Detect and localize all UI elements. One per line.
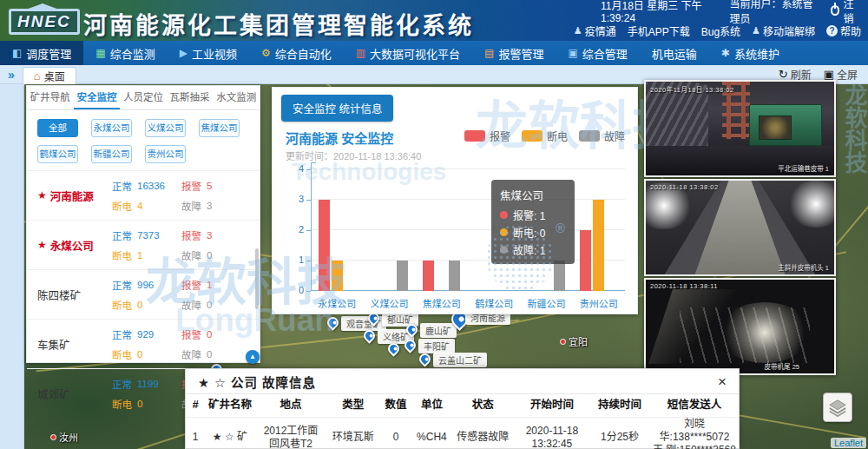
map-pin[interactable]: 观音堂矿 [327,317,339,328]
filter-button-3[interactable]: 义煤公司 [145,119,186,137]
tab-desktop-label: 桌面 [44,69,65,83]
company-row[interactable]: 陈四楼矿正常996报警1断电0故障0 [27,269,260,319]
filter-button-6[interactable]: 新疆公司 [91,145,132,163]
bar-报警[interactable] [580,230,591,291]
map-layers-button[interactable] [823,393,852,422]
bar-报警[interactable] [423,261,434,291]
tooltip-dot [500,211,508,219]
header-link-5[interactable]: ?帮助 [826,23,861,38]
bar-断电[interactable] [332,261,343,291]
scrollbar[interactable] [255,248,259,309]
map-pin[interactable] [388,343,399,354]
header-link-4[interactable]: ♟移动端解绑 [752,23,815,38]
stat-label: 故障 [181,298,201,312]
filter-button-4[interactable]: 焦煤公司 [199,119,240,137]
header-right: 11月18日 星期三 下午1:39:24 当前用户：系统管理员 注销 ♟疫情通手… [601,0,861,41]
nav-item-icon: ▤ [484,48,494,58]
nav-item-8[interactable]: 机电运输 [640,41,709,65]
header-link-3[interactable]: Bug系统 [701,23,740,38]
nav-item-icon: ✱ [721,48,730,58]
stat-alarm: 报警0 [181,327,251,341]
column-header-10: 短信发送人 [650,399,739,413]
stat-label: 正常 [112,228,132,242]
nav-item-label: 机电运输 [652,45,697,62]
stat-alarm: 报警1 [181,278,251,292]
company-row[interactable]: 车集矿正常929报警0断电0故障0 [27,319,260,368]
header-link-label: 疫情通 [585,23,616,38]
nav-item-label: 系统维护 [734,45,779,62]
pin-icon [361,327,377,343]
camera-feed-3[interactable]: 2020-11-18 13:38:11 皮带机尾 25 [644,278,836,375]
filter-button-7[interactable]: 贵州公司 [145,145,186,163]
column-header-6: 单位 [412,399,451,413]
header-link-2[interactable]: 手机APP下载 [628,23,690,38]
stat-label: 故障 [181,199,201,213]
camera-feed-1[interactable]: 2020年11月18日 13:38:02 平北运输巷皮带 1 [644,80,836,177]
panel-tab-3[interactable]: 人员定位 [120,86,167,109]
stat-normal: 正常1199 [112,377,181,391]
header-link-label: 帮助 [840,23,861,38]
panel-tab-5[interactable]: 水文监测 [213,86,260,109]
stat-value: 3 [207,230,212,241]
camera2-timestamp: 2020-11-18 13:38:02 [650,183,719,191]
filter-button-2[interactable]: 永煤公司 [91,119,132,137]
bar-故障[interactable] [449,261,460,291]
bar-故障[interactable] [397,261,408,291]
legend-item[interactable]: 故障 [579,129,625,143]
nav-item-1[interactable]: ◧调度管理 [0,41,83,65]
camera-feed-2[interactable]: 2020-11-18 13:38:02 主斜井皮带机头 1 [644,179,836,276]
legend-item[interactable]: 报警 [464,129,510,143]
stat-power: 断电0 [112,397,181,411]
map-pin[interactable]: 鹿山矿 [406,324,418,335]
nav-item-3[interactable]: ▶工业视频 [168,41,249,65]
filter-button-5[interactable]: 鹤煤公司 [37,145,78,163]
close-icon[interactable]: × [718,374,727,389]
fault-panel-header: ★ ☆ 公司 故障信息 × [186,369,739,394]
company-filters: 全部永煤公司义煤公司焦煤公司鹤煤公司新疆公司贵州公司 [27,110,260,170]
nav-item-5[interactable]: ▥大数据可视化平台 [344,41,472,65]
nav-item-7[interactable]: ▣综合管理 [556,41,639,65]
nav-item-6[interactable]: ▤报警管理 [472,41,556,65]
panel-tab-1[interactable]: 矿井导航 [27,86,74,109]
nav-item-label: 综合自动化 [275,45,332,62]
bar-故障[interactable] [554,261,565,291]
table-row[interactable]: 1★ ☆ 矿2012工作面 回风巷T2环境瓦斯0%CH4传感器故障2020-11… [186,418,739,449]
column-header-7: 状态 [451,399,515,413]
nav-item-9[interactable]: ✱系统维护 [709,41,792,65]
safety-monitor-panel: 矿井导航安全监控人员定位瓦斯抽采水文监测 全部永煤公司义煤公司焦煤公司鹤煤公司新… [26,85,260,363]
statistics-header-button[interactable]: 安全监控 统计信息 [281,95,393,122]
stat-normal: 正常996 [112,278,181,292]
legend-item[interactable]: 断电 [522,129,568,143]
stat-power: 断电0 [112,298,181,312]
company-row[interactable]: ★河南能源正常16336报警5断电4故障3 [27,170,260,220]
bar-断电[interactable] [593,200,604,291]
header-link-1[interactable]: ♟疫情通 [574,23,616,38]
stat-label: 断电 [112,347,132,361]
company-stats: 正常929报警0断电0故障0 [112,327,251,361]
map-attribution[interactable]: Leaflet [831,438,866,448]
map-pin[interactable]: 丰阳矿 [404,340,416,351]
panel-tab-4[interactable]: 瓦斯抽采 [167,86,214,109]
stat-power: 断电1 [112,248,181,262]
logout-button[interactable]: 注销 [831,0,861,25]
company-row[interactable]: ★永煤公司正常7373报警3断电1故障0 [27,220,260,269]
nav-item-4[interactable]: ⚙综合自动化 [249,41,344,65]
scroll-up-button[interactable]: ▲ [246,350,260,364]
stat-fault: 故障0 [181,298,251,312]
tooltip-item: 报警: 1 [500,208,566,222]
stat-label: 正常 [112,377,132,391]
city-name: 汝州 [59,430,78,444]
map-pin[interactable]: 义络矿 [364,330,375,341]
tab-desktop[interactable]: ⌂ 桌面 [23,67,76,84]
filter-button-1[interactable]: 全部 [37,119,78,137]
stat-normal: 正常16336 [112,179,181,193]
company-stats: 正常7373报警3断电1故障0 [112,228,251,262]
x-axis-label: 鹤煤公司 [475,296,513,310]
panel-tab-2[interactable]: 安全监控 [74,86,121,109]
bar-报警[interactable] [319,200,330,291]
table-cell-6: %CH4 [412,431,451,444]
power-icon [831,5,840,16]
nav-item-2[interactable]: ▦综合监测 [83,41,167,65]
map-pin[interactable]: 云盖山二矿 [419,353,431,365]
collapse-sidebar-button[interactable]: » [0,68,23,82]
